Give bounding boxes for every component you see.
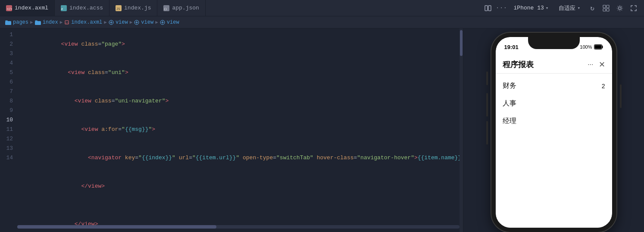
tab-bar: </> index.axml # index.acss JS index.js … <box>0 0 644 16</box>
refresh-button[interactable]: ↻ <box>587 3 597 13</box>
phone-mute-button <box>486 71 488 85</box>
grid-icon <box>603 5 610 12</box>
more-options-button[interactable]: ··· <box>497 3 507 13</box>
item-name-2: 经理 <box>503 117 516 126</box>
line-numbers: 1 2 3 4 5 6 7 8 9 10 11 12 13 14 <box>0 28 17 232</box>
tab-bar-right: ··· 19:01 iPhone 13 ▾ 自适应 ▾ ↻ <box>478 3 644 13</box>
ln-13: 13 <box>0 144 13 153</box>
preview-panel: 19:01 100% <box>463 28 644 232</box>
ln-5: 5 <box>0 68 13 77</box>
xml-icon: </> <box>6 5 12 11</box>
fullscreen-button[interactable] <box>628 3 639 13</box>
settings-button[interactable] <box>615 3 625 13</box>
svg-rect-10 <box>603 5 606 8</box>
app-close-icon[interactable]: ✕ <box>599 60 605 69</box>
code-editor[interactable]: 1 2 3 4 5 6 7 8 9 10 11 12 13 14 <view c… <box>0 28 463 232</box>
list-item-2[interactable]: 经理 <box>496 112 612 130</box>
svg-rect-9 <box>488 6 491 11</box>
xml-crumb-icon: </> <box>64 20 69 25</box>
breadcrumb-view2[interactable]: view <box>141 19 153 25</box>
vertical-scrollbar[interactable] <box>460 28 463 232</box>
phone-vol-down-button <box>486 121 488 145</box>
item-name-0: 财务 <box>503 81 516 90</box>
code-line-4: <view a:for="{{msg}}"> <box>21 115 460 144</box>
phone-vol-up-button <box>486 93 488 117</box>
view-icon-1 <box>109 20 114 25</box>
svg-rect-11 <box>606 5 609 8</box>
horizontal-scrollbar[interactable] <box>17 225 460 229</box>
code-content: 1 2 3 4 5 6 7 8 9 10 11 12 13 14 <view c… <box>0 28 463 232</box>
tab-index-acss[interactable]: # index.acss <box>55 0 109 16</box>
tab-label: app.json <box>172 5 199 11</box>
phone-time: 19:01 <box>504 44 519 50</box>
expand-icon <box>630 5 637 12</box>
code-line-1: <view class="page"> <box>21 30 460 59</box>
svg-text:JS: JS <box>116 7 120 11</box>
json-icon: {} <box>163 5 169 11</box>
app-header-icons: ··· ✕ <box>588 60 605 69</box>
svg-text:{}: {} <box>164 7 167 10</box>
code-lines[interactable]: <view class="page"> <view class="uni"> <… <box>17 28 460 232</box>
breadcrumb-pages[interactable]: pages <box>13 19 28 25</box>
ln-10: 10 <box>0 115 13 125</box>
refresh-icon: ↻ <box>590 4 594 12</box>
ln-7: 7 <box>0 87 13 96</box>
folder-icon-2 <box>35 20 41 25</box>
js-icon: JS <box>116 5 122 11</box>
tab-app-json[interactable]: {} app.json <box>157 0 205 16</box>
svg-rect-8 <box>485 6 488 11</box>
code-line-3: <view class="uni-navigater"> <box>21 87 460 115</box>
adaptive-label: 自适应 <box>559 4 575 12</box>
breadcrumb-view3[interactable]: view <box>167 19 179 25</box>
list-item-1[interactable]: 人事 <box>496 95 612 112</box>
tab-label: index.axml <box>15 5 48 11</box>
breadcrumb-view1[interactable]: view <box>116 19 128 25</box>
tab-index-js[interactable]: JS index.js <box>109 0 157 16</box>
device-selector[interactable]: 19:01 iPhone 13 ▾ <box>510 4 552 12</box>
h-scrollbar-thumb[interactable] <box>17 225 216 229</box>
view-icon-2 <box>134 20 139 25</box>
code-line-5: <navigator key="{{index}}" url="{{item.u… <box>21 144 460 172</box>
ln-2: 2 <box>0 40 13 49</box>
svg-rect-23 <box>594 45 601 49</box>
v-scrollbar-thumb[interactable] <box>460 30 463 56</box>
ln-1: 1 <box>0 30 13 40</box>
css-icon: # <box>61 5 67 11</box>
app-list: 财务 2 人事 经理 <box>496 74 612 228</box>
device-chevron-icon: ▾ <box>546 5 549 11</box>
split-editor-button[interactable] <box>483 3 493 13</box>
svg-text:</>: </> <box>65 22 69 24</box>
phone-app-content: 程序报表 ··· ✕ 财务 2 人事 <box>496 54 612 228</box>
phone-status-icons: 100% <box>580 44 603 49</box>
phone-screen: 19:01 100% <box>496 37 612 228</box>
main-area: 1 2 3 4 5 6 7 8 9 10 11 12 13 14 <view c… <box>0 28 644 232</box>
ln-6: 6 <box>0 77 13 87</box>
tab-label: index.acss <box>69 5 103 11</box>
tab-index-axml[interactable]: </> index.axml <box>0 0 55 16</box>
code-line-2: <view class="uni"> <box>21 59 460 87</box>
gear-icon <box>616 5 623 12</box>
svg-text:</>: </> <box>7 7 12 11</box>
grid-button[interactable] <box>601 3 611 13</box>
code-line-7 <box>21 201 460 210</box>
split-icon <box>485 5 491 12</box>
breadcrumb-index[interactable]: index <box>43 19 58 25</box>
ln-3: 3 <box>0 49 13 59</box>
breadcrumb-file[interactable]: index.axml <box>71 19 102 25</box>
phone-power-button <box>620 84 622 108</box>
ln-14: 14 <box>0 153 13 163</box>
item-badge-0: 2 <box>602 83 605 90</box>
item-name-1: 人事 <box>503 99 516 108</box>
app-menu-icon[interactable]: ··· <box>588 61 593 68</box>
ln-9: 9 <box>0 106 13 115</box>
svg-point-14 <box>619 7 621 9</box>
phone-frame: 19:01 100% <box>491 33 616 232</box>
adaptive-selector[interactable]: 自适应 ▾ <box>555 3 584 13</box>
svg-text:#: # <box>61 7 63 10</box>
code-line-6: </view> <box>21 172 460 201</box>
list-item-0[interactable]: 财务 2 <box>496 77 612 95</box>
app-header: 程序报表 ··· ✕ <box>496 54 612 74</box>
phone-wrapper: 19:01 100% <box>491 33 616 232</box>
app-title: 程序报表 <box>503 59 534 70</box>
ln-12: 12 <box>0 134 13 144</box>
